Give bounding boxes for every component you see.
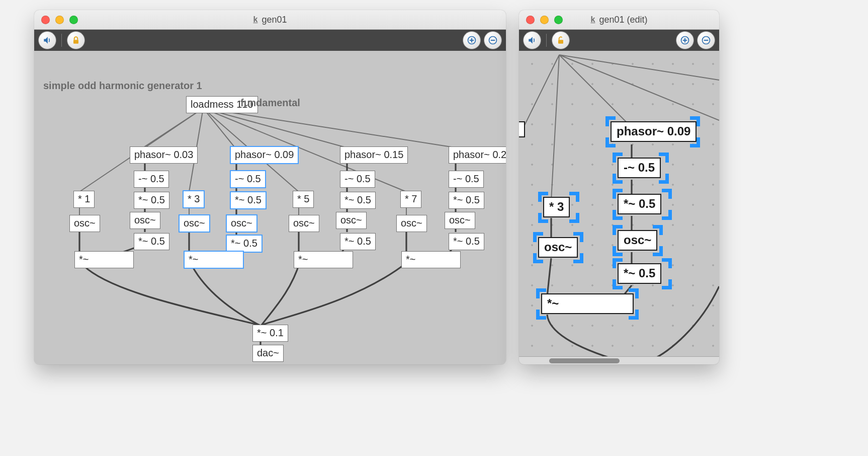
obj-phasor-2[interactable]: phasor~ 0.09: [230, 146, 298, 164]
patch-canvas[interactable]: simple odd harmonic generator 1 loadmess…: [34, 51, 506, 364]
zoom-icon[interactable]: [69, 16, 78, 24]
unlock-button[interactable]: [552, 31, 570, 49]
obj-mulsig-4[interactable]: *~: [401, 251, 461, 268]
obj-phasor-4[interactable]: phasor~ 0.21: [449, 146, 506, 164]
selection-handle[interactable]: [613, 246, 623, 256]
obj-dac[interactable]: dac~: [252, 345, 284, 362]
selection-handle[interactable]: [538, 213, 548, 223]
obj-gain[interactable]: *~ 0.1: [252, 325, 288, 342]
obj-osc-4[interactable]: osc~: [396, 215, 427, 232]
obj-osc-2t[interactable]: osc~: [226, 215, 257, 232]
selection-handle[interactable]: [538, 192, 548, 202]
selection-handle[interactable]: [613, 210, 623, 220]
selection-handle[interactable]: [613, 225, 623, 235]
obj-sub-4[interactable]: -~ 0.5: [449, 171, 484, 188]
selection-handle[interactable]: [613, 153, 623, 163]
zoom-in-button[interactable]: [676, 31, 694, 49]
obj-mulhalf-1b[interactable]: *~ 0.5: [134, 233, 169, 250]
obj-osc-1[interactable]: osc~: [69, 215, 100, 232]
edit-canvas[interactable]: phasor~ 0.09 -~ 0.5 *~ 0.5 * 3 osc~: [519, 51, 719, 364]
obj-mulsig-3[interactable]: *~: [294, 251, 353, 268]
app-icon: k: [591, 15, 595, 24]
lock-button[interactable]: [67, 31, 85, 49]
zoom-out-button[interactable]: [697, 31, 715, 49]
obj-osc-3[interactable]: osc~: [289, 215, 319, 232]
selection-handle[interactable]: [659, 174, 669, 184]
titlebar[interactable]: k gen01: [34, 10, 506, 30]
selection-handle[interactable]: [536, 310, 546, 320]
selection-handle[interactable]: [613, 258, 623, 268]
obj-mulhalf-4b[interactable]: *~ 0.5: [449, 233, 484, 250]
selection-handle[interactable]: [653, 246, 663, 256]
obj-mult-3[interactable]: * 5: [293, 191, 314, 208]
obj-mulhalf-1a[interactable]: *~ 0.5: [134, 192, 169, 209]
selection-handle[interactable]: [653, 225, 663, 235]
ebox-mulhalf-2[interactable]: *~ 0.5: [618, 263, 661, 284]
audio-button[interactable]: [38, 31, 56, 49]
obj-osc-1t[interactable]: osc~: [130, 212, 160, 229]
audio-button[interactable]: [523, 31, 541, 49]
ebox-osc[interactable]: osc~: [538, 237, 578, 258]
obj-mult-4[interactable]: * 7: [400, 191, 421, 208]
selection-handle[interactable]: [662, 258, 672, 268]
zoom-out-button[interactable]: [484, 31, 502, 49]
selection-handle[interactable]: [533, 253, 543, 263]
obj-mulhalf-3a[interactable]: *~ 0.5: [340, 192, 376, 209]
obj-osc-4t[interactable]: osc~: [445, 212, 475, 229]
obj-phasor-1[interactable]: phasor~ 0.03: [130, 146, 198, 164]
obj-mulsig-2[interactable]: *~: [184, 251, 243, 268]
fundamental-label: fundamental: [240, 97, 300, 109]
window-title-edit: gen01 (edit): [599, 15, 647, 25]
obj-mult-2[interactable]: * 3: [183, 191, 204, 208]
selection-handle[interactable]: [629, 310, 639, 320]
selection-handle[interactable]: [569, 213, 579, 223]
toolbar-divider: [546, 34, 547, 47]
obj-sub-1[interactable]: -~ 0.5: [134, 171, 169, 188]
obj-mulhalf-3b[interactable]: *~ 0.5: [340, 233, 376, 250]
selection-handle[interactable]: [533, 232, 543, 242]
selection-handle[interactable]: [659, 153, 669, 163]
obj-sub-3[interactable]: -~ 0.5: [340, 171, 375, 188]
selection-handle[interactable]: [662, 279, 672, 289]
obj-mulhalf-2b[interactable]: *~ 0.5: [226, 235, 262, 252]
selection-handle[interactable]: [569, 192, 579, 202]
selection-handle[interactable]: [613, 189, 623, 199]
ebox-phasor[interactable]: phasor~ 0.09: [611, 121, 697, 142]
selection-handle[interactable]: [662, 189, 672, 199]
selection-handle[interactable]: [690, 116, 700, 126]
selection-handle[interactable]: [605, 137, 616, 147]
close-icon[interactable]: [526, 16, 535, 24]
obj-mulhalf-4a[interactable]: *~ 0.5: [449, 192, 484, 209]
obj-mulsig-1[interactable]: *~: [74, 251, 134, 268]
obj-offscreen[interactable]: [519, 121, 525, 137]
titlebar-edit[interactable]: k gen01 (edit): [519, 10, 719, 30]
selection-handle[interactable]: [605, 116, 616, 126]
obj-sub-2[interactable]: -~ 0.5: [230, 171, 266, 188]
selection-handle[interactable]: [613, 279, 623, 289]
obj-osc-2[interactable]: osc~: [179, 215, 210, 232]
app-icon: k: [253, 15, 258, 24]
selection-handle[interactable]: [613, 174, 623, 184]
selection-handle[interactable]: [662, 210, 672, 220]
obj-mult-1[interactable]: * 1: [73, 191, 95, 208]
obj-osc-3t[interactable]: osc~: [336, 212, 367, 229]
obj-phasor-3[interactable]: phasor~ 0.15: [340, 146, 408, 164]
selection-handle[interactable]: [536, 288, 546, 298]
selection-handle[interactable]: [573, 232, 583, 242]
selection-handle[interactable]: [690, 137, 700, 147]
zoom-icon[interactable]: [554, 16, 563, 24]
selection-handle[interactable]: [573, 253, 583, 263]
scrollbar-horizontal[interactable]: [519, 356, 719, 364]
close-icon[interactable]: [41, 16, 50, 24]
toolbar-edit: [519, 30, 719, 51]
ebox-mulsig[interactable]: *~: [541, 293, 634, 314]
ebox-sub[interactable]: -~ 0.5: [618, 158, 661, 178]
minimize-icon[interactable]: [55, 16, 64, 24]
obj-mulhalf-2a[interactable]: *~ 0.5: [230, 192, 266, 209]
ebox-osc-t[interactable]: osc~: [618, 230, 657, 251]
zoom-in-button[interactable]: [463, 31, 481, 49]
toolbar-divider: [61, 34, 62, 47]
ebox-mulhalf[interactable]: *~ 0.5: [618, 194, 661, 214]
minimize-icon[interactable]: [540, 16, 549, 24]
selection-handle[interactable]: [629, 288, 639, 298]
